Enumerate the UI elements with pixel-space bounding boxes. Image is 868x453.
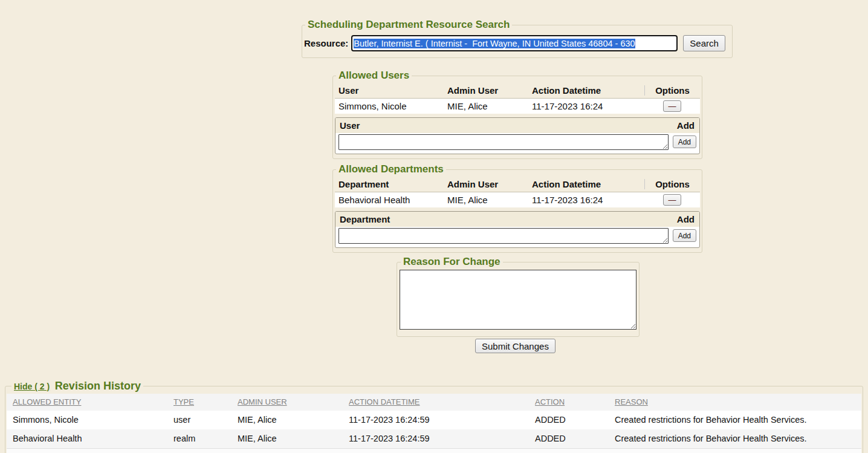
resource-input-selected-text: Butler, Internist E. ( Internist - Fort …	[354, 39, 635, 48]
type-cell: user	[173, 415, 238, 425]
col-header-reason[interactable]: REASON	[615, 397, 861, 406]
table-row: Simmons, Nicole MIE, Alice 11-17-2023 16…	[335, 99, 700, 114]
admin-user-cell: MIE, Alice	[447, 195, 532, 205]
col-header-type[interactable]: TYPE	[173, 397, 238, 406]
add-user-header-label: User	[340, 120, 360, 131]
col-header-action[interactable]: ACTION	[535, 397, 615, 406]
revision-history-title: Revision History	[55, 380, 141, 392]
options-cell: —	[644, 194, 700, 206]
revision-history-legend: Hide ( 2 ) Revision History	[11, 380, 143, 393]
action-datetime-cell: 11-17-2023 16:24	[532, 195, 644, 205]
resource-label: Resource:	[304, 38, 348, 48]
allowed-entity-cell: Behavioral Health	[7, 434, 173, 443]
admin-user-cell: MIE, Alice	[447, 101, 532, 111]
action-datetime-cell: 11-17-2023 16:24:59	[349, 415, 535, 425]
reason-cell: Created restrictions for Behavior Health…	[615, 415, 861, 425]
add-department-header-action: Add	[677, 214, 695, 224]
add-department-box-header: Department Add	[335, 212, 699, 227]
revision-history-table-header: ALLOWED ENTITY TYPE ADMIN USER ACTION DA…	[7, 394, 861, 411]
add-user-input[interactable]	[338, 134, 669, 150]
resource-search-fieldset: Scheduling Department Resource Search Re…	[302, 19, 733, 58]
add-user-box: User Add Add	[335, 117, 700, 154]
allowed-departments-legend: Allowed Departments	[336, 163, 446, 175]
table-row: Simmons, Nicole user MIE, Alice 11-17-20…	[7, 411, 861, 429]
reason-for-change-fieldset: Reason For Change	[397, 256, 640, 337]
paging-status: DISPLAYING 1-2 / 2	[7, 448, 861, 453]
user-cell: Simmons, Nicole	[338, 101, 447, 111]
resource-input[interactable]: Butler, Internist E. ( Internist - Fort …	[351, 35, 678, 51]
table-row: Behavioral Health realm MIE, Alice 11-17…	[7, 429, 861, 448]
col-header-action-datetime: Action Datetime	[532, 85, 644, 96]
allowed-users-legend: Allowed Users	[336, 70, 412, 82]
col-header-options: Options	[644, 85, 700, 96]
action-cell: ADDED	[535, 415, 615, 425]
revision-history-fieldset: Hide ( 2 ) Revision History ALLOWED ENTI…	[5, 380, 863, 453]
add-department-box-body: Add	[335, 227, 699, 247]
resource-search-legend: Scheduling Department Resource Search	[305, 19, 512, 31]
department-cell: Behavioral Health	[338, 195, 447, 205]
table-row: Behavioral Health MIE, Alice 11-17-2023 …	[335, 192, 700, 207]
col-header-allowed-entity[interactable]: ALLOWED ENTITY	[7, 397, 173, 406]
col-header-admin-user[interactable]: ADMIN USER	[238, 397, 349, 406]
admin-user-cell: MIE, Alice	[238, 434, 349, 443]
resource-search-row: Resource: Butler, Internist E. ( Interni…	[304, 35, 730, 51]
hide-revision-history-link[interactable]: Hide ( 2 )	[14, 382, 50, 391]
reason-for-change-legend: Reason For Change	[401, 256, 503, 268]
allowed-departments-table-header: Department Admin User Action Datetime Op…	[335, 177, 700, 192]
submit-row: Submit Changes	[0, 339, 868, 353]
add-department-button[interactable]: Add	[673, 229, 696, 242]
add-department-header-label: Department	[340, 214, 390, 224]
allowed-users-table-header: User Admin User Action Datetime Options	[335, 83, 700, 99]
add-department-box: Department Add Add	[335, 211, 700, 248]
add-user-box-header: User Add	[335, 118, 699, 133]
type-cell: realm	[173, 434, 238, 443]
add-user-box-body: Add	[335, 133, 699, 154]
admin-user-cell: MIE, Alice	[238, 415, 349, 425]
allowed-departments-fieldset: Allowed Departments Department Admin Use…	[332, 163, 702, 253]
col-header-department: Department	[338, 179, 447, 189]
action-cell: ADDED	[535, 434, 615, 443]
remove-department-button[interactable]: —	[663, 194, 681, 206]
search-button[interactable]: Search	[683, 35, 725, 51]
col-header-admin-user: Admin User	[447, 179, 532, 189]
options-cell: —	[644, 100, 700, 112]
col-header-action-datetime[interactable]: ACTION DATETIME	[349, 397, 535, 406]
col-header-user: User	[338, 85, 447, 96]
allowed-users-fieldset: Allowed Users User Admin User Action Dat…	[332, 70, 702, 159]
reason-for-change-textarea[interactable]	[400, 270, 636, 330]
col-header-admin-user: Admin User	[447, 85, 532, 96]
col-header-action-datetime: Action Datetime	[532, 179, 644, 189]
remove-user-button[interactable]: —	[663, 100, 681, 112]
action-datetime-cell: 11-17-2023 16:24	[532, 101, 644, 111]
submit-changes-button[interactable]: Submit Changes	[475, 339, 555, 353]
reason-cell: Created restrictions for Behavior Health…	[615, 434, 861, 443]
add-department-input[interactable]	[338, 228, 669, 244]
add-user-button[interactable]: Add	[673, 135, 696, 148]
add-user-header-action: Add	[677, 120, 695, 131]
action-datetime-cell: 11-17-2023 16:24:59	[349, 434, 535, 443]
allowed-entity-cell: Simmons, Nicole	[7, 415, 173, 425]
col-header-options: Options	[644, 179, 700, 189]
